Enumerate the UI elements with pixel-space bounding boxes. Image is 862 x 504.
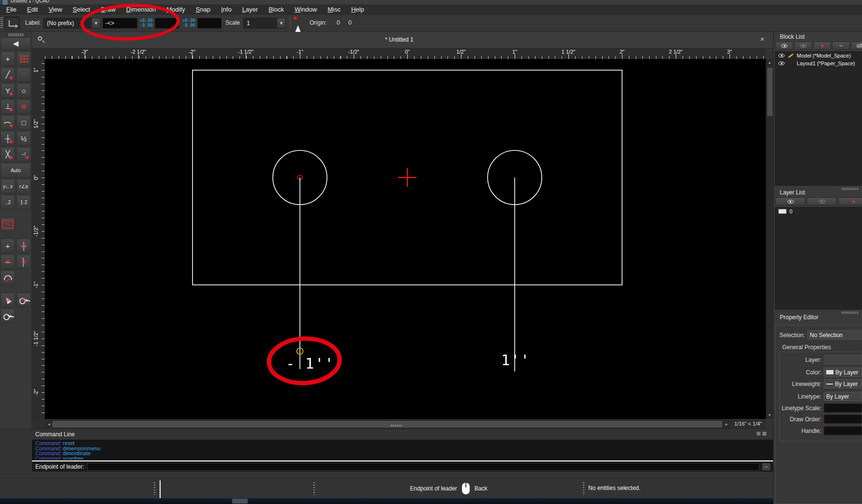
restrict-vertical-button[interactable]: │⊕	[16, 254, 31, 269]
layer-hide-all-button[interactable]	[807, 197, 837, 206]
snap-free-button[interactable]: +	[0, 51, 15, 66]
tab-close-icon[interactable]: ×	[760, 35, 764, 43]
dimension-label-input[interactable]: -<>	[103, 18, 137, 29]
property-layer-dropdown[interactable]	[824, 355, 862, 364]
layer-list-item[interactable]: 0	[775, 208, 862, 215]
set-relative-zero-button[interactable]: ⊕	[0, 293, 15, 307]
tolerance-input-1[interactable]	[155, 18, 179, 29]
command-history[interactable]: Command: resetCommand: dimensionmenuComm…	[32, 440, 773, 460]
snap-coordinate-polar-button[interactable]: r∠a	[16, 179, 31, 193]
block-show-all-button[interactable]	[775, 42, 793, 50]
prefix-dropdown[interactable]: (No prefix) ▼	[44, 18, 101, 29]
command-input[interactable]	[87, 463, 759, 471]
menu-misc[interactable]: Misc	[322, 6, 346, 13]
tolerance-display-2[interactable]: +0.00 -0.00	[181, 18, 195, 29]
menu-dimension[interactable]: Dimension	[121, 6, 161, 13]
block-list-item[interactable]: Layout1 (*Paper_Space)	[775, 59, 862, 67]
tolerance-display-1[interactable]: +0.00 -0.00	[138, 18, 153, 29]
snap-grid-button[interactable]	[16, 51, 31, 66]
snap-perpendicular-button[interactable]: ⊥	[0, 99, 15, 114]
panel-handle[interactable]	[842, 188, 858, 190]
menu-snap[interactable]: Snap	[191, 6, 216, 13]
document-tab[interactable]: * Untitled 1	[385, 36, 414, 43]
menu-view[interactable]: View	[43, 6, 67, 13]
layer-add-button[interactable]: +	[838, 197, 862, 206]
scale-dropdown[interactable]: 1 ▼	[243, 18, 286, 29]
origin-x-value[interactable]: 0	[337, 19, 340, 26]
chevron-down-icon[interactable]: ▼	[277, 18, 285, 28]
origin-y-value[interactable]: 0	[348, 19, 352, 26]
scroll-down-icon[interactable]: ▼	[766, 413, 773, 417]
lock-relative-zero-button[interactable]: ⊕	[16, 293, 31, 307]
eye-icon[interactable]	[778, 61, 785, 65]
vertical-scrollbar-thumb[interactable]	[767, 68, 773, 116]
restrict-horizontal-button[interactable]: ─⊕	[0, 254, 15, 269]
snap-distance-button[interactable]: −!	[16, 147, 31, 162]
snap-reference-button[interactable]: □	[16, 115, 31, 130]
snap-middle-manual-button[interactable]: ½	[16, 131, 31, 146]
selection-dropdown[interactable]: No Selection	[807, 330, 862, 340]
drawing-canvas[interactable]: - 1'' 1''	[45, 59, 766, 419]
snap-intersection-manual-button[interactable]: ╳	[0, 147, 15, 162]
menu-file[interactable]: File	[1, 6, 22, 13]
tolerance-input-2[interactable]	[197, 18, 222, 29]
snap-coordinate-button[interactable]: y∟x	[0, 179, 15, 193]
menu-block[interactable]: Block	[263, 6, 289, 13]
scroll-up-icon[interactable]: ▲	[766, 60, 773, 65]
undock-icon[interactable]: ⊞	[757, 430, 762, 436]
snap-auto-button[interactable]: Auto	[0, 163, 31, 178]
close-icon[interactable]: ⊠	[762, 430, 768, 436]
command-options-button[interactable]: ─	[762, 463, 770, 470]
command-line-dock-buttons[interactable]: ⊞⊠	[757, 430, 768, 437]
property-draworder-input[interactable]	[824, 415, 862, 424]
scroll-left-icon[interactable]: ◄	[46, 422, 52, 427]
property-linetype-dropdown[interactable]: By Layer	[824, 392, 862, 401]
block-hide-all-button[interactable]	[794, 42, 812, 50]
snap-tangent-button[interactable]: (	[0, 115, 15, 130]
restrict-active-button[interactable]: ↖	[0, 217, 15, 232]
snap-center-button[interactable]: ⊕	[16, 99, 31, 114]
property-lineweight-dropdown[interactable]: By Layer	[824, 379, 862, 388]
property-handle-input[interactable]	[824, 426, 862, 435]
snap-endpoints-button[interactable]: ╱	[0, 67, 15, 82]
block-remove-button[interactable]: −	[832, 42, 850, 50]
toolbar-grip[interactable]	[0, 17, 3, 29]
snap-angle-button[interactable]	[0, 270, 15, 285]
panel-handle[interactable]	[842, 311, 858, 314]
back-button[interactable]: ◀	[0, 37, 31, 50]
snap-on-entity-button[interactable]: ○	[16, 83, 31, 98]
menu-layer[interactable]: Layer	[237, 6, 264, 13]
scroll-right-icon[interactable]: ►	[724, 422, 729, 427]
toolbar-grip[interactable]	[9, 33, 23, 36]
block-list-item[interactable]: Model (*Model_Space)	[775, 52, 862, 59]
snap-ortho-button[interactable]: 1·2	[16, 195, 31, 209]
property-color-dropdown[interactable]: By Layer	[824, 368, 862, 377]
menu-draw[interactable]: Draw	[95, 6, 120, 13]
menu-edit[interactable]: Edit	[22, 6, 43, 13]
horizontal-scrollbar-thumb[interactable]	[52, 421, 722, 428]
layer-show-all-button[interactable]	[775, 197, 805, 206]
menu-help[interactable]: Help	[346, 6, 370, 13]
block-add-button[interactable]: +	[813, 42, 831, 50]
snap-middle-button[interactable]: ┼	[0, 131, 15, 146]
property-linetypescale-input[interactable]	[824, 403, 862, 413]
snap-reference-point-button[interactable]: ‥2	[0, 195, 15, 209]
snap-points-button[interactable]: ∴	[16, 67, 31, 82]
vertical-scrollbar[interactable]: ▲ ▼	[766, 59, 773, 419]
snap-intersection-button[interactable]: Y	[0, 83, 15, 98]
dimension-text-left[interactable]: - 1''	[286, 355, 334, 372]
menu-modify[interactable]: Modify	[161, 6, 190, 13]
menu-window[interactable]: Window	[289, 6, 322, 13]
menu-select[interactable]: Select	[67, 6, 95, 13]
command-line-dock: Command Line ⊞⊠ Command: resetCommand: d…	[0, 429, 773, 478]
horizontal-scrollbar[interactable]: ◄ ►	[45, 419, 730, 429]
lock-button[interactable]	[0, 309, 15, 323]
ordinate-dimension-toggle-button[interactable]	[4, 16, 20, 30]
eye-icon[interactable]	[778, 54, 785, 58]
block-rename-button[interactable]: a|b	[851, 42, 862, 50]
menu-info[interactable]: Info	[216, 6, 237, 13]
dimension-text-right[interactable]: 1''	[501, 352, 530, 369]
restrict-orthogonal-button[interactable]: ┼⊕	[16, 238, 31, 253]
chevron-down-icon[interactable]: ▼	[91, 18, 100, 28]
restrict-off-button[interactable]: +	[0, 238, 15, 253]
